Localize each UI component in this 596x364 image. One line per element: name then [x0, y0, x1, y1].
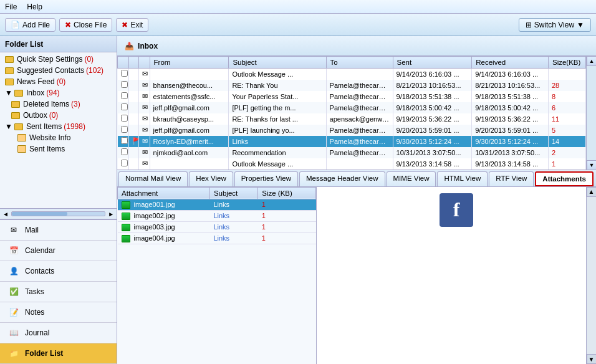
folder-deleted-items[interactable]: Deleted Items (3): [0, 98, 117, 110]
folder-list-icon: 📁: [7, 347, 20, 360]
row-check[interactable]: [118, 69, 129, 80]
row-check[interactable]: [118, 91, 129, 102]
menu-file[interactable]: File: [5, 2, 17, 11]
view-tab-properties-view[interactable]: Properties View: [234, 171, 298, 186]
view-tab-html-view[interactable]: HTML View: [437, 171, 488, 186]
folder-suggested-contacts[interactable]: Suggested Contacts (102): [0, 65, 117, 76]
col-sent[interactable]: Sent: [393, 57, 472, 69]
att-name: image002.jpg: [118, 210, 210, 221]
att-col-name[interactable]: Attachment: [118, 187, 210, 199]
col-subject[interactable]: Subject: [229, 57, 326, 69]
col-from[interactable]: From: [150, 57, 229, 69]
col-flag[interactable]: [128, 57, 138, 69]
row-sent: 9/18/2013 5:00:42 ...: [393, 102, 472, 113]
folder-sent-items[interactable]: ▼ Sent Items (1998): [0, 121, 117, 132]
attachment-row[interactable]: image002.jpg Links 1: [118, 210, 316, 221]
row-check[interactable]: [118, 136, 129, 147]
att-size: 1: [258, 232, 316, 244]
tasks-icon: ✅: [7, 285, 20, 298]
att-col-subject[interactable]: Subject: [209, 187, 257, 199]
folder-tree[interactable]: Quick Step Settings (0) Suggested Contac…: [0, 52, 117, 208]
row-email-icon: ✉: [138, 158, 150, 170]
right-panel: 📥 Inbox From Subject To Sent: [117, 36, 596, 364]
col-size[interactable]: Size(KB): [548, 57, 585, 69]
email-scrollbar[interactable]: ▲ ▼: [586, 56, 596, 170]
nav-calendar[interactable]: 📅 Calendar: [0, 241, 117, 261]
att-size: 1: [258, 221, 316, 232]
email-row[interactable]: ✉ estatements@ssfc... Your Paperless Sta…: [118, 91, 586, 102]
email-row[interactable]: ✉ njmkodi@aol.com Recommendation Pamela@…: [118, 147, 586, 158]
nav-contacts[interactable]: 👤 Contacts: [0, 261, 117, 282]
view-tab-mime-view[interactable]: MIME View: [387, 171, 436, 186]
scroll-up-btn[interactable]: ▲: [587, 56, 596, 66]
preview-scroll-up[interactable]: ▲: [587, 187, 597, 197]
row-check[interactable]: [118, 80, 129, 91]
attachment-list: Attachment Subject Size (KB) image001.jp…: [117, 187, 317, 365]
email-row[interactable]: 🚩 ✉ Roslyn-ED@merit... Links Pamela@thec…: [118, 136, 586, 147]
folder-quick-step[interactable]: Quick Step Settings (0): [0, 54, 117, 65]
scroll-track[interactable]: [587, 66, 596, 160]
row-check[interactable]: [118, 125, 129, 136]
row-check[interactable]: [118, 113, 129, 125]
email-row[interactable]: ✉ jeff.plf@gmail.com [PLF] getting the m…: [118, 102, 586, 113]
row-check[interactable]: [118, 158, 129, 170]
folder-website-info[interactable]: Website Info: [0, 132, 117, 143]
scroll-left-icon[interactable]: ◄: [2, 211, 9, 218]
preview-scroll-down[interactable]: ▼: [587, 354, 597, 364]
email-row[interactable]: ✉ bhansen@thecou... RE: Thank You Pamela…: [118, 80, 586, 91]
nav-tasks[interactable]: ✅ Tasks: [0, 282, 117, 302]
view-tab-normal-mail-view[interactable]: Normal Mail View: [118, 171, 188, 186]
row-email-icon: ✉: [138, 125, 150, 136]
nav-folder-list[interactable]: 📁 Folder List: [0, 343, 117, 364]
add-file-button[interactable]: 📄 Add File: [5, 18, 55, 32]
col-icon[interactable]: [138, 57, 150, 69]
nav-notes[interactable]: 📝 Notes: [0, 302, 117, 323]
folder-badge: (0): [49, 111, 59, 120]
view-tab-attachments[interactable]: Attachments: [535, 171, 594, 186]
row-received: 8/21/2013 10:16:53...: [472, 80, 549, 91]
folder-badge: (102): [86, 66, 103, 75]
preview-scrollbar[interactable]: ▲ ▼: [586, 187, 596, 365]
nav-journal[interactable]: 📖 Journal: [0, 323, 117, 343]
switch-view-dropdown-icon: ▼: [577, 21, 584, 29]
nav-mail[interactable]: ✉ Mail: [0, 220, 117, 241]
email-row[interactable]: ✉ bkrauth@caseysp... RE: Thanks for last…: [118, 113, 586, 125]
row-received: 9/14/2013 6:16:03 ...: [472, 69, 549, 80]
col-received[interactable]: Received: [472, 57, 549, 69]
sidebar-scroll-area[interactable]: ◄ ►: [0, 208, 117, 219]
email-row[interactable]: ✉ Outlook Message ... 9/14/2013 6:16:03 …: [118, 69, 586, 80]
att-col-size[interactable]: Size (KB): [258, 187, 316, 199]
email-row[interactable]: ✉ Outlook Message ... 9/13/2013 3:14:58 …: [118, 158, 586, 170]
row-check[interactable]: [118, 102, 129, 113]
col-check[interactable]: [118, 57, 129, 69]
exit-button[interactable]: ✖ Exit: [116, 18, 148, 32]
scroll-down-btn[interactable]: ▼: [587, 160, 596, 170]
folder-label: Sent Items: [29, 145, 65, 153]
close-file-button[interactable]: ✖ Close File: [59, 18, 112, 32]
attachment-row[interactable]: image003.jpg Links 1: [118, 221, 316, 232]
row-flag: [128, 69, 138, 80]
row-to: Pamela@thecaren...: [326, 102, 393, 113]
row-check[interactable]: [118, 147, 129, 158]
file-icon: [17, 134, 26, 141]
attachment-row[interactable]: image001.jpg Links 1: [118, 199, 316, 210]
row-to: Pamela@thecaren...: [326, 80, 393, 91]
row-subject: Outlook Message ...: [229, 69, 326, 80]
menu-help[interactable]: Help: [27, 2, 42, 11]
att-size: 1: [258, 199, 316, 210]
scroll-right-icon[interactable]: ►: [108, 211, 114, 218]
switch-view-button[interactable]: ⊞ Switch View ▼: [519, 18, 591, 32]
folder-news-feed[interactable]: News Feed (0): [0, 76, 117, 87]
folder-inbox[interactable]: ▼ Inbox (94): [0, 87, 117, 98]
email-row[interactable]: ✉ jeff.plf@gmail.com [PLF] launching yo.…: [118, 125, 586, 136]
view-tab-rtf-view[interactable]: RTF View: [489, 171, 534, 186]
row-subject: [PLF] launching yo...: [229, 125, 326, 136]
row-email-icon: ✉: [138, 91, 150, 102]
row-size: 11: [548, 113, 585, 125]
col-to[interactable]: To: [326, 57, 393, 69]
attachment-row[interactable]: image004.jpg Links 1: [118, 232, 316, 244]
folder-outbox[interactable]: Outbox (0): [0, 110, 117, 121]
view-tab-hex-view[interactable]: Hex View: [189, 171, 233, 186]
view-tab-message-header-view[interactable]: Message Header View: [299, 171, 385, 186]
folder-sent-items-sub[interactable]: Sent Items: [0, 143, 117, 155]
